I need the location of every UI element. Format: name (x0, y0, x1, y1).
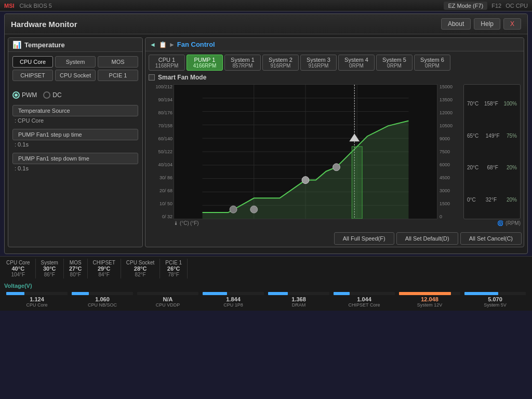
pwm-label: PWM (22, 91, 37, 99)
window-title: Hardware Monitor (11, 20, 77, 29)
fan-tab-pump1[interactable]: PUMP 1 4166RPM (187, 55, 223, 71)
voltage-section: Voltage(V) 1.124 CPU Core 1.060 CPU NB/S… (0, 281, 532, 311)
voltage-sys12v: 12.048 System 12V (397, 291, 462, 309)
pwm-option[interactable]: PWM (12, 91, 37, 99)
temp-source-value: : CPU Core (12, 117, 138, 124)
temperature-status-row: CPU Core 40°C 104°F System 30°C 86°F MOS… (4, 259, 528, 278)
window-buttons: About Help X (441, 18, 521, 30)
x-temp-label: (°C) (180, 220, 189, 226)
voltage-bar-cpu-1p8 (203, 292, 227, 295)
y-label-1: 90/194 (149, 97, 172, 102)
voltage-bar-dram (268, 292, 288, 295)
rpm-scale-3: 10500 (440, 123, 460, 128)
temp-source-block: Temperature Source : CPU Core (12, 105, 138, 124)
controls-area: PWM DC Temperature Source : CPU Core (8, 87, 142, 181)
chart-main: 100/212 90/194 80/176 70/158 60/140 50/1… (149, 84, 460, 219)
titlebar: Hardware Monitor About Help X (5, 14, 527, 34)
fan-tab-sys6[interactable]: System 6 0RPM (414, 55, 450, 71)
temp-btn-cpu-core[interactable]: CPU Core (12, 56, 53, 68)
x-temp-f-label: (°F) (190, 220, 199, 226)
dc-option[interactable]: DC (43, 91, 61, 99)
svg-point-16 (250, 206, 258, 213)
fan-nav-separator: 📋 (159, 41, 167, 48)
voltage-bar-chipset (334, 292, 350, 295)
y-label-4: 60/140 (149, 136, 172, 141)
temp-ref-row-1: 65°C 149°F 75% (467, 133, 517, 139)
temp-source-button[interactable]: Temperature Source (12, 105, 138, 116)
pwm-dc-group: PWM DC (12, 91, 138, 99)
y-label-6: 40/104 (149, 162, 172, 167)
chart-container: Smart Fan Mode 100/212 90/194 80/176 70/… (145, 71, 524, 230)
fan-tab-sys4[interactable]: System 4 0RPM (338, 55, 375, 71)
sections-row: 📊 Temperature CPU Core System MOS CHIPSE… (8, 37, 524, 247)
temp-btn-system[interactable]: System (55, 56, 96, 68)
status-mos: MOS 27°C 80°F (64, 259, 88, 278)
help-button[interactable]: Help (474, 18, 500, 30)
step-up-button[interactable]: PUMP Fan1 step up time (12, 129, 138, 140)
step-down-button[interactable]: PUMP Fan1 step down time (12, 153, 138, 164)
step-down-block: PUMP Fan1 step down time : 0.1s (12, 153, 138, 171)
fan-tab-sys1[interactable]: System 1 857RPM (224, 55, 261, 71)
voltage-dram: 1.368 DRAM (266, 291, 331, 309)
about-button[interactable]: About (441, 18, 471, 30)
temp-btn-chipset[interactable]: CHIPSET (12, 70, 53, 81)
rpm-scale-9: 1500 (440, 201, 460, 206)
status-cpu-socket: CPU Socket 28°C 82°F (121, 259, 160, 278)
close-button[interactable]: X (503, 18, 521, 30)
fan-nav-left-icon[interactable]: ◄ (150, 41, 156, 48)
y-label-9: 10/ 50 (149, 201, 172, 206)
step-up-value: : 0.1s (12, 141, 138, 148)
temperature-header: 📊 Temperature (8, 38, 142, 52)
dc-radio[interactable] (43, 91, 50, 99)
voltage-bar-sys5v (464, 292, 498, 295)
fan-tab-sys5[interactable]: System 5 0RPM (376, 55, 413, 71)
svg-point-13 (302, 177, 309, 184)
voltage-cpu-vddp: N/A CPU VDDP (135, 291, 201, 309)
temp-btn-mos[interactable]: MOS (98, 56, 138, 68)
status-pcie: PCIE 1 26°C 78°F (160, 259, 188, 278)
svg-marker-18 (349, 134, 360, 141)
temperature-icon: 📊 (12, 41, 21, 49)
smart-fan-checkbox[interactable] (149, 74, 155, 81)
y-label-7: 30/ 86 (149, 175, 172, 180)
app-logo: MSI (4, 3, 15, 9)
cancel-button[interactable]: All Set Cancel(C) (460, 232, 522, 245)
set-default-button[interactable]: All Set Default(D) (396, 232, 458, 245)
fan-tab-sys2[interactable]: System 2 916RPM (262, 55, 299, 71)
voltage-bar-sys12v (399, 292, 451, 295)
y-label-10: 0/ 32 (149, 214, 172, 219)
temp-btn-cpu-socket[interactable]: CPU Socket (55, 70, 96, 81)
status-bar: CPU Core 40°C 104°F System 30°C 86°F MOS… (0, 256, 532, 281)
rpm-scale-6: 6000 (440, 162, 460, 167)
fan-tab-cpu1[interactable]: CPU 1 1168RPM (149, 55, 185, 71)
rpm-scale-7: 4500 (440, 175, 460, 180)
status-system: System 30°C 86°F (36, 259, 64, 278)
smart-fan-header: Smart Fan Mode (149, 74, 521, 81)
svg-point-15 (230, 206, 237, 213)
status-cpu-core: CPU Core 40°C 104°F (4, 259, 36, 278)
fan-control-header: ◄ 📋 ► Fan Control (145, 38, 524, 51)
voltage-cpu-nb: 1.060 CPU NB/SOC (70, 291, 135, 309)
temp-ref-row-2: 20°C 68°F 20% (467, 165, 517, 170)
pwm-radio[interactable] (12, 91, 20, 99)
thermometer-icon: 🌡 (174, 220, 179, 226)
chart-svg-container[interactable] (174, 84, 437, 219)
rpm-scale-5: 7500 (440, 149, 460, 154)
fan-tab-sys3[interactable]: System 3 916RPM (300, 55, 337, 71)
step-up-block: PUMP Fan1 step up time : 0.1s (12, 129, 138, 148)
ez-mode-label[interactable]: EZ Mode (F7) (444, 2, 487, 10)
svg-rect-19 (352, 147, 362, 219)
temp-ref-panel: 70°C 158°F 100% 65°C 149°F 75% 20°C (463, 84, 521, 219)
rpm-scale-2: 12000 (440, 110, 460, 115)
fan-curve-svg (174, 85, 437, 219)
x-rpm-label: (RPM) (506, 220, 521, 226)
full-speed-button[interactable]: All Full Speed(F) (334, 232, 394, 245)
chart-with-ref: 100/212 90/194 80/176 70/158 60/140 50/1… (149, 84, 521, 219)
fan-control-title: Fan Control (177, 41, 215, 48)
temp-btn-pcie[interactable]: PCIE 1 (98, 70, 138, 81)
temperature-panel: 📊 Temperature CPU Core System MOS CHIPSE… (8, 37, 143, 247)
voltage-sys5v: 5.070 System 5V (462, 291, 528, 309)
svg-point-14 (333, 164, 340, 171)
voltage-cpu-core: 1.124 CPU Core (4, 291, 70, 309)
smart-fan-label: Smart Fan Mode (158, 74, 206, 81)
